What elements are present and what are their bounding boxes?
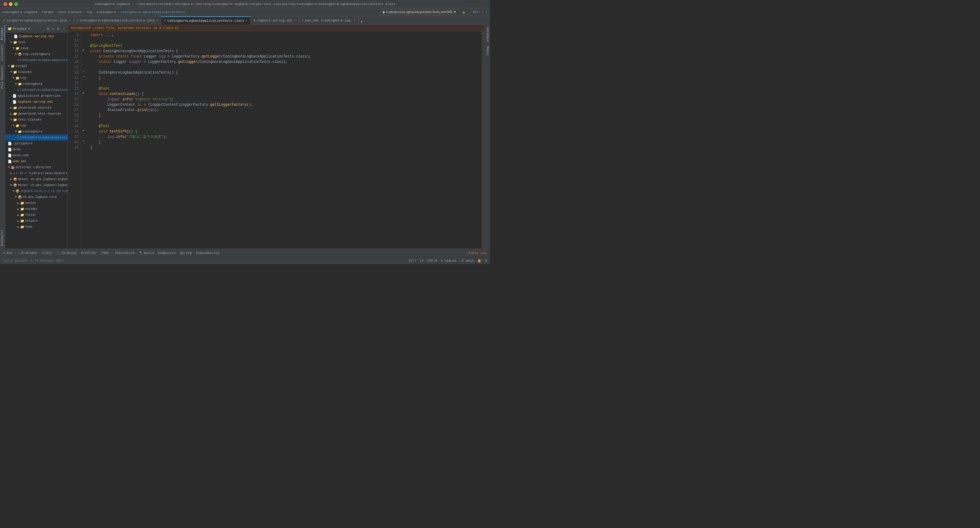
package-icon: 📦 [18,52,22,56]
breadcrumb-item[interactable]: test-classes [58,10,82,14]
build-btn[interactable]: 🔨 Build [138,250,155,255]
breadcrumb-active[interactable]: CodingmoreLogbackApplicationTests [121,10,185,14]
tree-item-gitignore[interactable]: 📄 .gitignore [5,140,68,146]
endpoints-btn[interactable]: Endpoints [157,251,177,255]
tree-item-classes[interactable]: ▼ 📁 classes [5,69,68,75]
tab-close-icon[interactable]: × [156,19,158,22]
tree-item-app-tests[interactable]: C CodingmoreLogbackApplicationTests [5,57,68,63]
warning-gutter-33[interactable]: ○ [81,138,86,144]
spring-btn[interactable]: Spring [179,251,193,255]
problems-btn[interactable]: ⚠ Problems [17,250,38,255]
tabs-overflow[interactable]: ▾ [359,19,364,25]
tree-item-mvnw[interactable]: 📄 mvnw [5,146,68,153]
project-close-btn[interactable]: − [62,27,65,31]
todo-btn[interactable]: TODO [100,251,110,255]
file-icon: 📄 [8,142,12,146]
tree-item-label: codingmore [23,130,43,134]
git-btn[interactable]: ⎇ Git [40,250,53,255]
run-gutter-24[interactable]: ▶ [81,90,86,95]
sidebar-item-bookmarks[interactable]: Bookmarks [0,228,5,248]
sidebar-item-maven[interactable]: Maven [485,44,490,58]
sidebar-item-project[interactable]: Project [0,25,5,42]
tree-item-logback-app[interactable]: C CodingmoreLogbackApplication [5,87,68,93]
tree-item-tc-tests[interactable]: C CodingmoreLogbackApplicationTests [5,135,68,140]
folder-icon: 📁 [20,225,24,229]
tab-close-icon[interactable]: × [246,19,247,22]
indent[interactable]: 4 spaces [441,259,457,262]
tree-item-top-codingmore[interactable]: ▼ 📦 top.codingmore [5,51,68,57]
tab-close-icon[interactable]: × [69,19,70,22]
tree-item-app-properties[interactable]: 📄 application.properties [5,93,68,99]
tree-item-helpers[interactable]: ▶ 📁 helpers [5,218,68,224]
tree-item-ch-qos[interactable]: ▼ 📦 ch.qos.logback.core [5,194,68,200]
terminal-btn[interactable]: ⬛ Terminal [55,250,78,255]
status-left: Tests passed: 1 (4 minutes ago) [3,259,406,262]
tab-tests-java[interactable]: C CodingmoreLogbackApplicationTests.java… [74,16,161,25]
tree-item-test[interactable]: ▼ 📁 test [5,39,68,45]
tree-item-test-classes[interactable]: ▼ 📁 test-classes [5,117,68,122]
tab-application-java[interactable]: J lingmoreLogbackApplication.java × [0,16,74,25]
project-collapse-btn[interactable]: ≡ [51,27,55,31]
maximize-button[interactable] [14,2,18,6]
tree-item-encoder[interactable]: ▶ 📁 encoder [5,206,68,212]
run-button[interactable]: ▶ [461,9,468,16]
git-branch[interactable]: ⎇ main [460,259,474,262]
project-settings-btn[interactable]: ⚙ [56,27,60,31]
checkstyle-btn[interactable]: CheckStyle [114,251,136,255]
code-content[interactable]: import ...; @SpringBootTest class Coding… [87,31,482,248]
tree-item-external-libs[interactable]: ▼ 📚 External Libraries [5,164,68,170]
tree-item-generated-test[interactable]: ▶ 📁 generated-test-sources [5,111,68,117]
tree-item-pom-xml[interactable]: 📄 pom.xml [5,158,68,164]
tree-item-label: java [21,46,28,50]
close-button[interactable] [3,2,7,6]
sidebar-item-pull-requests[interactable]: Pull Requests [0,63,5,91]
dependencies-btn[interactable]: Dependencies [195,251,221,255]
breadcrumb-item[interactable]: codingmore [97,10,116,14]
tree-item-generated-sources[interactable]: ▶ 📁 generated-sources [5,105,68,111]
tree-item-classes-codingmore[interactable]: ▼ 📁 codingmore [5,81,68,87]
breadcrumb-item[interactable]: target [42,10,54,14]
tab-close-icon[interactable]: × [354,19,355,22]
tab-close-icon[interactable]: × [294,19,296,22]
tree-item-logback-core-jar[interactable]: ▼ 📦 logback-core-1.2.11.jar library root [5,188,68,194]
tree-item-filter[interactable]: ▶ 📁 filter [5,212,68,218]
warning-gutter-21[interactable]: ○ [81,74,86,80]
scroll-track[interactable] [482,31,485,248]
run-gutter-31[interactable]: ▶ [81,128,86,133]
tree-item-boolex[interactable]: ▶ 📁 boolex [5,200,68,206]
expand-icon: ▶ [17,201,19,205]
tree-item-logback-core[interactable]: ▼ 📦 Maven: ch.qos.logback:logback-core:1… [5,182,68,188]
warning-gutter-20[interactable]: ○ [81,69,86,74]
tree-item-classes-top[interactable]: ▼ 📁 top [5,75,68,81]
expand-icon: ▼ [8,165,10,169]
project-sync-btn[interactable]: ⊕ [46,27,50,31]
tree-item-java[interactable]: ▼ 📁 java [5,45,68,51]
minimize-button[interactable] [9,2,13,6]
tree-item-target[interactable]: ▼ 📁 target [5,63,68,69]
tab-tests-class[interactable]: C CodingmoreLogbackApplicationTests.clas… [161,16,251,25]
sidebar-item-database[interactable]: Database [485,25,490,44]
breadcrumb-item[interactable]: top [86,10,92,14]
encoding[interactable]: UTF-8 [428,259,437,262]
run-btn[interactable]: ▶ Run [2,250,13,255]
profiler-btn[interactable]: Profiler [80,251,98,255]
tree-item-logback-classic[interactable]: ▶ 📦 Maven: ch.qos.logback:logback-classi… [5,176,68,182]
tree-item-mvnw-cmd[interactable]: 📄 mvnw.cmd [5,153,68,158]
tree-item-logback-xml2[interactable]: 📄 logback-spring.xml [5,99,68,105]
tree-item-tc-top[interactable]: ▼ 📁 top [5,122,68,129]
tree-item-tc-codingmore[interactable]: ▼ 📁 codingmore [5,129,68,135]
breadcrumb-item[interactable]: codingmore-logback [2,10,38,14]
line-separator[interactable]: LF [420,259,424,262]
cursor-position[interactable]: 16:7 [409,259,416,262]
tab-logback-xml[interactable]: X logback-spring.xml × [251,16,299,25]
run-gutter-16[interactable]: ▶ [81,47,86,52]
tab-pom-xml[interactable]: P pom.xml (codingmore-log… × [299,16,359,25]
tree-item-logback-spring-xml[interactable]: 📄 logback-spring.xml [5,33,68,39]
settings-icon[interactable]: ⚙ [485,259,487,262]
tree-item-hook[interactable]: ▶ 📁 hook [5,224,68,230]
tree-item-jdk[interactable]: ▶ ☕ < 11 > /Library/Java/JavaVirtualMach… [5,170,68,176]
code-line-32: log.info("沉默王二是个大煞笔"); [90,134,482,140]
sidebar-item-structure[interactable]: Structure [0,42,5,63]
event-log-btn[interactable]: ⚠ Event Log [465,250,488,255]
run-config-dropdown[interactable]: ▶ CodingmoreLogbackApplicationTests.test… [380,9,459,15]
